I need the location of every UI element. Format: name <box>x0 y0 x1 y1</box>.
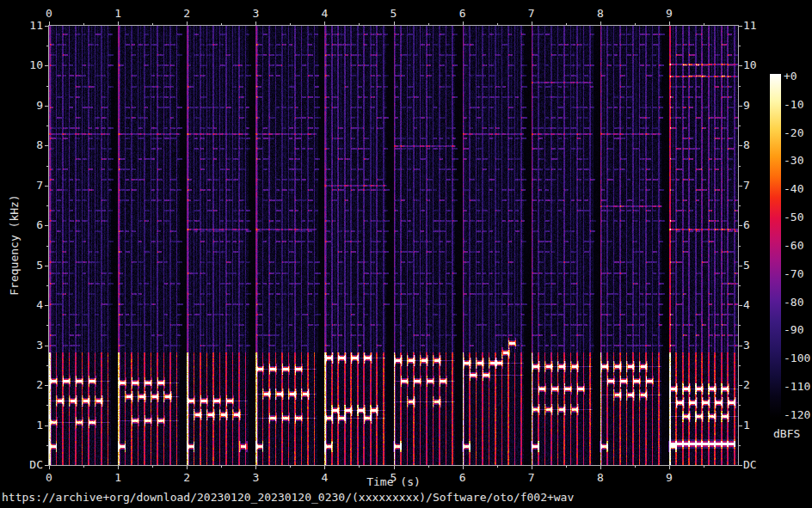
x-tick-bottom-major <box>49 466 50 469</box>
y-tick-right-minor <box>739 166 741 167</box>
x-tick-bottom-minor <box>290 466 291 468</box>
y-tick-left-minor <box>46 246 48 247</box>
y-tick-right-minor <box>739 445 741 446</box>
spectrogram-canvas <box>49 26 738 465</box>
x-tick-bottom-minor <box>497 466 498 468</box>
y-tick-label-left: 7 <box>9 179 43 193</box>
y-tick-label-left: 11 <box>9 19 43 33</box>
y-tick-right-major <box>739 385 742 386</box>
colorbar-tick-label: -50 <box>784 211 803 223</box>
x-axis-title: Time (s) <box>48 475 739 489</box>
x-tick-top-major <box>49 21 50 25</box>
colorbar-tick-label: -100 <box>784 352 810 364</box>
x-tick-bottom-minor <box>359 466 360 468</box>
colorbar-tick-label: -120 <box>784 409 810 421</box>
y-tick-label-left: 2 <box>9 378 43 392</box>
x-tick-bottom-major <box>669 466 670 469</box>
x-tick-top-minor <box>566 23 567 25</box>
y-tick-left-minor <box>46 405 48 406</box>
x-tick-top-minor <box>83 23 84 25</box>
y-tick-label-left: 8 <box>9 138 43 152</box>
x-tick-label-top: 8 <box>589 7 612 21</box>
colorbar-tick-label: -80 <box>784 297 803 309</box>
colorbar-tick-label: -40 <box>784 183 803 195</box>
y-tick-left-major <box>45 106 48 107</box>
y-tick-left-major <box>45 65 48 66</box>
y-tick-left-minor <box>46 166 48 167</box>
y-tick-label-left: DC <box>9 458 43 472</box>
x-tick-top-major <box>255 21 256 25</box>
y-tick-left-major <box>45 145 48 146</box>
x-tick-bottom-major <box>394 466 395 469</box>
y-tick-label-right: 10 <box>743 58 781 72</box>
y-tick-right-major <box>739 425 742 426</box>
x-tick-top-major <box>187 21 188 25</box>
colorbar-tick-label: -70 <box>784 268 803 280</box>
y-tick-left-major <box>45 26 48 27</box>
x-tick-top-minor <box>704 23 704 25</box>
x-tick-top-major <box>669 21 670 25</box>
x-tick-bottom-minor <box>221 466 222 468</box>
x-tick-top-major <box>324 21 325 25</box>
y-tick-right-minor <box>739 125 741 126</box>
x-tick-bottom-minor <box>635 466 636 468</box>
plot-frame <box>48 25 739 466</box>
y-tick-right-major <box>739 145 742 146</box>
x-tick-bottom-major <box>187 466 188 469</box>
y-tick-right-minor <box>739 205 741 206</box>
y-tick-label-left: 4 <box>9 298 43 312</box>
y-tick-label-left: 3 <box>9 339 43 352</box>
y-tick-left-minor <box>46 325 48 326</box>
y-tick-right-minor <box>739 246 741 247</box>
y-tick-label-right: 11 <box>743 19 781 33</box>
y-tick-right-major <box>739 266 742 266</box>
colorbar-tick-label: -10 <box>784 99 803 111</box>
x-tick-bottom-major <box>324 466 325 469</box>
x-tick-label-top: 5 <box>383 7 405 21</box>
x-tick-top-minor <box>221 23 222 25</box>
y-tick-left-major <box>45 305 48 306</box>
y-tick-left-minor <box>46 205 48 206</box>
y-tick-left-major <box>45 425 48 426</box>
colorbar-tick-label: -30 <box>784 155 803 167</box>
x-tick-bottom-major <box>118 466 119 469</box>
colorbar-tick-label: -90 <box>784 324 803 336</box>
y-tick-right-minor <box>739 325 741 326</box>
y-tick-label-left: 10 <box>9 58 43 72</box>
colorbar-tick-label: -110 <box>784 381 810 393</box>
x-tick-top-major <box>118 21 119 25</box>
x-tick-label-top: 7 <box>520 7 543 21</box>
x-tick-bottom-major <box>255 466 256 469</box>
x-tick-label-top: 1 <box>107 7 129 21</box>
x-tick-top-minor <box>428 23 429 25</box>
x-tick-bottom-major <box>532 466 532 469</box>
x-tick-bottom-minor <box>704 466 704 468</box>
colorbar-tick-label: +0 <box>784 70 797 83</box>
y-tick-left-minor <box>46 285 48 286</box>
y-tick-label-left: 9 <box>9 99 43 113</box>
x-tick-label-top: 2 <box>175 7 198 21</box>
y-tick-right-major <box>739 346 742 346</box>
y-tick-label-left: 1 <box>9 419 43 432</box>
colorbar-unit-label: dBFS <box>773 428 800 440</box>
y-tick-left-major <box>45 225 48 226</box>
x-tick-top-major <box>600 21 601 25</box>
y-tick-left-major <box>45 465 48 466</box>
y-tick-right-minor <box>739 285 741 286</box>
x-tick-label-top: 3 <box>244 7 267 21</box>
x-tick-top-minor <box>635 23 636 25</box>
x-tick-bottom-minor <box>152 466 153 468</box>
y-tick-right-minor <box>739 405 741 406</box>
x-tick-label-top: 4 <box>313 7 335 21</box>
spectrogram-screen: Frequency (kHz) 001122334455667788991111… <box>0 0 812 508</box>
x-tick-bottom-major <box>600 466 601 469</box>
x-tick-top-minor <box>497 23 498 25</box>
y-tick-left-major <box>45 266 48 266</box>
x-tick-bottom-minor <box>428 466 429 468</box>
y-tick-right-major <box>739 26 742 27</box>
colorbar-gradient <box>770 74 781 418</box>
x-tick-top-major <box>532 21 532 25</box>
y-tick-label-left: 6 <box>9 218 43 232</box>
y-tick-left-major <box>45 385 48 386</box>
colorbar-tick-label: -20 <box>784 127 803 139</box>
